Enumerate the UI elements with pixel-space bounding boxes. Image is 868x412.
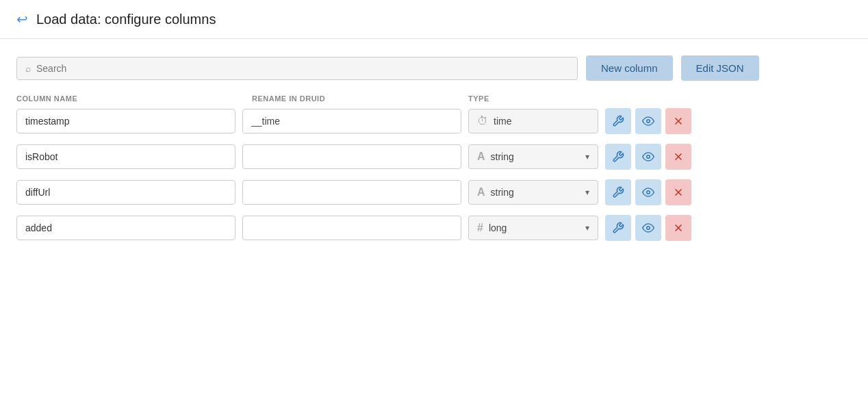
new-column-button[interactable]: New column: [586, 55, 673, 81]
type-label: string: [491, 151, 580, 162]
wrench-icon: [612, 186, 624, 198]
wrench-icon: [612, 115, 624, 127]
configure-button[interactable]: [605, 215, 631, 241]
column-name-input[interactable]: [16, 216, 235, 240]
close-icon: [673, 187, 684, 198]
type-hash-icon: #: [477, 222, 483, 234]
preview-button[interactable]: [635, 144, 661, 170]
columns-header: COLUMN NAME RENAME IN DRUID TYPE: [16, 94, 852, 108]
col-type-header: TYPE: [468, 94, 852, 103]
type-dropdown-arrow: ▾: [585, 223, 589, 233]
table-row: A string ▾: [16, 144, 852, 170]
action-buttons: [605, 215, 691, 241]
table-row: A string ▾: [16, 179, 852, 205]
preview-button[interactable]: [635, 108, 661, 134]
rename-input[interactable]: [242, 109, 461, 133]
wrench-icon: [612, 151, 624, 163]
wrench-icon: [612, 222, 624, 234]
preview-button[interactable]: [635, 179, 661, 205]
type-select[interactable]: A string ▾: [468, 180, 598, 205]
eye-icon: [642, 151, 654, 163]
eye-icon: [642, 186, 654, 198]
rename-input[interactable]: [242, 216, 461, 240]
table-row: ⏱ time: [16, 108, 852, 134]
configure-button[interactable]: [605, 108, 631, 134]
col-rename-header: RENAME IN DRUID: [249, 94, 468, 103]
preview-button[interactable]: [635, 215, 661, 241]
configure-button[interactable]: [605, 179, 631, 205]
type-dropdown-arrow: ▾: [585, 188, 589, 197]
back-icon[interactable]: ↩: [16, 11, 28, 27]
rename-input[interactable]: [242, 180, 461, 205]
eye-icon: [642, 115, 654, 127]
type-text-icon: A: [477, 151, 485, 163]
eye-icon: [642, 222, 654, 234]
column-name-input[interactable]: [16, 180, 235, 205]
rename-input[interactable]: [242, 144, 461, 169]
action-buttons: [605, 144, 691, 170]
svg-point-6: [647, 191, 650, 194]
search-box: ⌕: [16, 57, 578, 80]
action-buttons: [605, 108, 691, 134]
page-title: Load data: configure columns: [36, 12, 216, 27]
delete-button[interactable]: [665, 144, 691, 170]
type-select[interactable]: ⏱ time: [468, 109, 598, 133]
page-header: ↩ Load data: configure columns: [0, 0, 868, 39]
edit-json-button[interactable]: Edit JSON: [681, 55, 759, 81]
close-icon: [673, 151, 684, 162]
col-name-header: COLUMN NAME: [16, 94, 249, 103]
toolbar: ⌕ New column Edit JSON: [16, 55, 852, 81]
type-label: long: [489, 222, 580, 233]
close-icon: [673, 222, 684, 233]
svg-point-3: [647, 155, 650, 159]
svg-point-9: [647, 227, 650, 230]
svg-point-0: [647, 120, 650, 123]
search-input[interactable]: [36, 63, 569, 74]
content-area: ⌕ New column Edit JSON COLUMN NAME RENAM…: [0, 39, 868, 267]
type-select[interactable]: A string ▾: [468, 144, 598, 169]
search-icon: ⌕: [25, 63, 31, 74]
column-name-input[interactable]: [16, 144, 235, 169]
action-buttons: [605, 179, 691, 205]
close-icon: [673, 116, 684, 127]
type-label: string: [491, 187, 580, 198]
type-select[interactable]: # long ▾: [468, 216, 598, 240]
table-row: # long ▾: [16, 215, 852, 241]
type-text-icon: A: [477, 186, 485, 198]
delete-button[interactable]: [665, 179, 691, 205]
type-label: time: [494, 116, 589, 127]
column-name-input[interactable]: [16, 109, 235, 133]
type-clock-icon: ⏱: [477, 115, 488, 127]
delete-button[interactable]: [665, 215, 691, 241]
type-dropdown-arrow: ▾: [585, 152, 589, 162]
rows-container: ⏱ time: [16, 108, 852, 241]
delete-button[interactable]: [665, 108, 691, 134]
configure-button[interactable]: [605, 144, 631, 170]
